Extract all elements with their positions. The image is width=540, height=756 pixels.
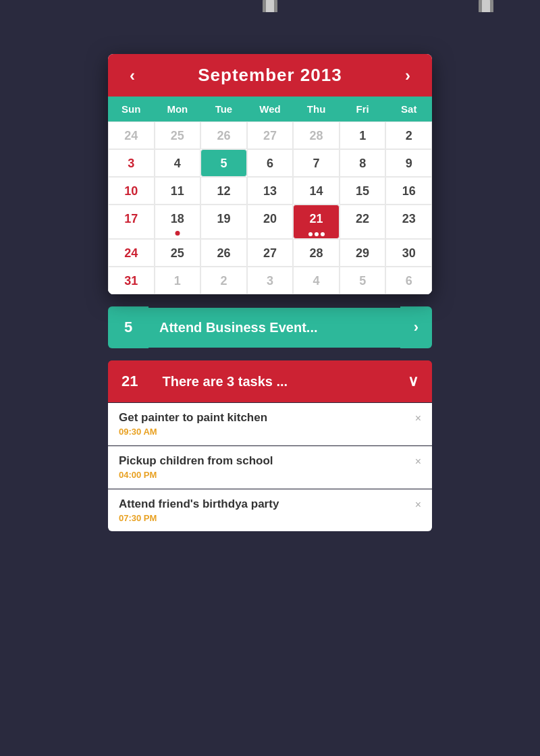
tasks-header[interactable]: 21 There are 3 tasks ... ∨: [108, 360, 432, 402]
task-close-button[interactable]: ×: [415, 456, 421, 468]
table-row[interactable]: 2: [200, 267, 247, 294]
table-row[interactable]: 30: [385, 239, 432, 267]
chevron-right-icon[interactable]: ›: [400, 306, 432, 348]
table-row[interactable]: 28: [293, 239, 340, 267]
chevron-down-icon[interactable]: ∨: [394, 360, 432, 402]
task-dots: [294, 232, 339, 236]
table-row[interactable]: 1: [155, 267, 201, 294]
table-row[interactable]: 23: [385, 205, 432, 239]
calendar-card: ‹ September 2013 › Sun Mon Tue Wed Thu F…: [108, 54, 432, 294]
ring-right: [479, 0, 493, 12]
table-row[interactable]: 16: [385, 177, 432, 205]
table-row[interactable]: 5: [200, 149, 247, 177]
task-time: 09:30 AM: [119, 427, 267, 437]
table-row[interactable]: 22: [340, 205, 386, 239]
table-row[interactable]: 3: [108, 149, 155, 177]
table-row[interactable]: 15: [340, 177, 386, 205]
task-time: 04:00 PM: [119, 470, 273, 480]
day-sat: Sat: [385, 97, 432, 122]
table-row[interactable]: 6: [385, 267, 432, 294]
task-text: Get painter to paint kitchen: [119, 411, 267, 425]
table-row[interactable]: 14: [293, 177, 340, 205]
table-row[interactable]: 25: [155, 239, 201, 267]
table-row[interactable]: 17: [108, 205, 155, 239]
month-title: September 2013: [198, 65, 342, 86]
calendar-grid: 24 25 26 27 28 1 2 3 4 5 6 7 8 9 10 11 1…: [108, 122, 432, 294]
table-row[interactable]: 2: [385, 122, 432, 149]
calendar-header: ‹ September 2013 ›: [108, 54, 432, 97]
day-wed: Wed: [247, 97, 294, 122]
table-row[interactable]: 18: [155, 205, 201, 239]
table-row[interactable]: 13: [247, 177, 294, 205]
table-row[interactable]: 20: [247, 205, 294, 239]
task-content: Get painter to paint kitchen 09:30 AM: [119, 411, 267, 437]
table-row[interactable]: 8: [340, 149, 386, 177]
task-text: Pickup children from school: [119, 454, 273, 468]
task-content: Pickup children from school 04:00 PM: [119, 454, 273, 480]
table-row[interactable]: 9: [385, 149, 432, 177]
task-close-button[interactable]: ×: [415, 499, 421, 511]
event-number: 5: [108, 306, 148, 348]
table-row[interactable]: 26: [200, 239, 247, 267]
table-row[interactable]: 25: [155, 122, 201, 149]
day-thu: Thu: [293, 97, 340, 122]
table-row[interactable]: 24: [108, 239, 155, 267]
list-item: Get painter to paint kitchen 09:30 AM ×: [108, 403, 432, 446]
table-row[interactable]: 12: [200, 177, 247, 205]
table-row[interactable]: 5: [340, 267, 386, 294]
day-fri: Fri: [340, 97, 386, 122]
table-row[interactable]: 27: [247, 122, 294, 149]
prev-month-button[interactable]: ‹: [124, 66, 140, 85]
task-content: Attend friend's birthdya party 07:30 PM: [119, 497, 279, 523]
table-row[interactable]: 4: [293, 267, 340, 294]
list-item: Attend friend's birthdya party 07:30 PM …: [108, 489, 432, 531]
event-title: Attend Business Event...: [148, 308, 400, 348]
task-text: Attend friend's birthdya party: [119, 497, 279, 511]
list-item: Pickup children from school 04:00 PM ×: [108, 446, 432, 489]
table-row[interactable]: 31: [108, 267, 155, 294]
day-tue: Tue: [200, 97, 247, 122]
day-mon: Mon: [155, 97, 201, 122]
table-row[interactable]: 29: [340, 239, 386, 267]
table-row[interactable]: 27: [247, 239, 294, 267]
calendar-widget: ‹ September 2013 › Sun Mon Tue Wed Thu F…: [108, 40, 432, 532]
table-row[interactable]: 4: [155, 149, 201, 177]
task-close-button[interactable]: ×: [415, 412, 421, 425]
date-number: 21: [310, 212, 323, 225]
event-item-5[interactable]: 5 Attend Business Event... ›: [108, 306, 432, 348]
table-row[interactable]: 11: [155, 177, 201, 205]
event-dot: [175, 231, 180, 236]
table-row[interactable]: 26: [200, 122, 247, 149]
date-number: 18: [171, 212, 184, 225]
days-header: Sun Mon Tue Wed Thu Fri Sat: [108, 97, 432, 122]
table-row[interactable]: 19: [200, 205, 247, 239]
calendar-rings: [108, 0, 540, 12]
ring-left: [263, 0, 277, 12]
table-row[interactable]: 6: [247, 149, 294, 177]
day-sun: Sun: [108, 97, 155, 122]
table-row[interactable]: 7: [293, 149, 340, 177]
tasks-number: 21: [108, 360, 151, 402]
table-row[interactable]: 10: [108, 177, 155, 205]
table-row[interactable]: 24: [108, 122, 155, 149]
next-month-button[interactable]: ›: [400, 66, 416, 85]
task-time: 07:30 PM: [119, 513, 279, 523]
tasks-title: There are 3 tasks ...: [151, 362, 394, 402]
table-row[interactable]: 28: [293, 122, 340, 149]
table-row[interactable]: 21: [293, 205, 340, 239]
tasks-container: 21 There are 3 tasks ... ∨ Get painter t…: [108, 360, 432, 532]
table-row[interactable]: 3: [247, 267, 294, 294]
table-row[interactable]: 1: [340, 122, 386, 149]
